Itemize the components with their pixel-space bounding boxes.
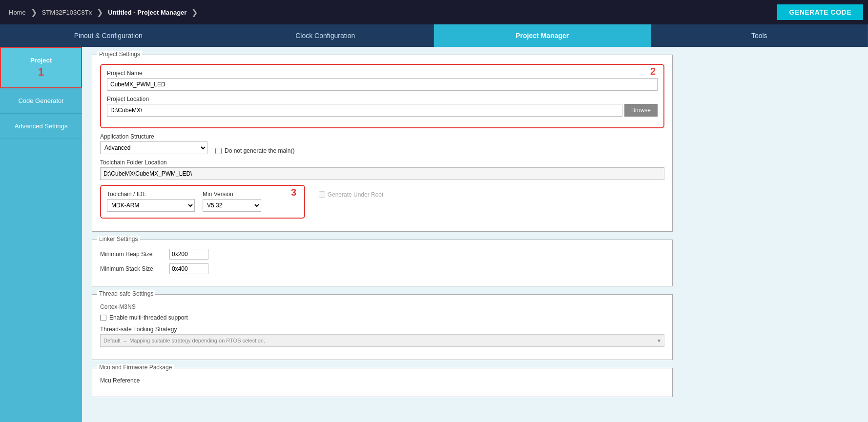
project-location-group: Project Location Browse [107,96,658,117]
sidebar-item-project[interactable]: Project 1 [0,47,82,88]
mcu-firmware-legend: Mcu and Firmware Package [97,364,174,371]
project-location-input-row: Browse [107,104,658,117]
thread-safe-panel: Thread-safe Settings Cortex-M3NS Enable … [92,294,673,360]
project-name-input[interactable] [107,78,658,91]
breadcrumb-mcu[interactable]: STM32F103C8Tx [38,9,96,16]
toolchain-ide-box: 3 Toolchain / IDE MDK-ARM Min Version V5… [100,185,305,219]
breadcrumb-project: Untitled - Project Manager [104,9,190,16]
min-stack-row: Minimum Stack Size [100,263,664,274]
tab-clock[interactable]: Clock Configuration [217,24,434,47]
linker-settings-panel: Linker Settings Minimum Heap Size Minimu… [92,240,673,286]
linker-settings-legend: Linker Settings [97,236,140,242]
generate-under-root-row: Generate Under Root [319,191,384,198]
app-structure-group: Application Structure Advanced Do not ge… [100,133,664,154]
project-location-label: Project Location [107,96,658,102]
generate-under-root-label: Generate Under Root [328,191,384,198]
mcu-firmware-panel: Mcu and Firmware Package Mcu Reference [92,368,673,397]
generate-code-button[interactable]: GENERATE CODE [777,4,863,20]
sidebar-item-code-generator[interactable]: Code Generator [0,88,82,114]
do-not-generate-checkbox[interactable] [215,148,222,154]
mcu-reference-label: Mcu Reference [100,377,664,384]
cortex-label: Cortex-M3NS [100,303,664,310]
sidebar-code-gen-label: Code Generator [18,97,63,104]
min-heap-input[interactable] [169,249,208,260]
do-not-generate-row: Do not generate the main() [215,147,294,154]
app-structure-label: Application Structure [100,133,664,140]
breadcrumb-home[interactable]: Home [5,9,30,16]
toolchain-folder-input[interactable] [100,167,664,180]
project-name-location-box: 2 Project Name Project Location Browse [100,64,664,128]
generate-under-root-checkbox[interactable] [319,191,325,198]
content-area: Project Settings 2 Project Name Project … [82,47,682,422]
do-not-generate-label: Do not generate the main() [225,147,294,154]
locking-strategy-input [100,334,664,347]
tab-project-manager[interactable]: Project Manager [434,24,651,47]
project-name-group: Project Name [107,70,658,91]
app-structure-select[interactable]: Advanced [100,141,207,154]
toolchain-ide-label: Toolchain / IDE [107,191,195,198]
tab-tools[interactable]: Tools [651,24,868,47]
min-heap-row: Minimum Heap Size [100,249,664,260]
app-structure-row: Advanced Do not generate the main() [100,141,664,154]
project-name-label: Project Name [107,70,658,77]
annotation-2: 2 [650,66,656,77]
locking-strategy-input-wrap: ▼ [100,334,664,347]
enable-multithreaded-label: Enable multi-threaded support [109,314,188,321]
enable-multithreaded-row: Enable multi-threaded support [100,314,664,321]
toolchain-ide-select[interactable]: MDK-ARM [107,199,195,212]
breadcrumb-arrow-2: ❯ [97,8,103,17]
min-version-label: Min Version [203,191,261,198]
min-version-col: Min Version V5.32 [203,191,261,212]
browse-button[interactable]: Browse [624,104,658,117]
enable-multithreaded-checkbox[interactable] [100,315,106,321]
right-panel [682,47,868,422]
top-bar: Home ❯ STM32F103C8Tx ❯ Untitled - Projec… [0,0,868,24]
main-layout: Project 1 Code Generator Advanced Settin… [0,47,868,422]
breadcrumb-arrow-1: ❯ [31,8,37,17]
toolchain-ide-col: Toolchain / IDE MDK-ARM [107,191,195,212]
sidebar-advanced-label: Advanced Settings [15,122,67,130]
sidebar-project-step: 1 [6,66,76,79]
toolchain-ide-row: Toolchain / IDE MDK-ARM Min Version V5.3… [107,191,298,212]
toolchain-folder-label: Toolchain Folder Location [100,159,664,166]
locking-strategy-chevron-icon: ▼ [657,338,661,343]
tab-bar: Pinout & Configuration Clock Configurati… [0,24,868,47]
thread-safe-legend: Thread-safe Settings [97,290,155,297]
locking-strategy-label: Thread-safe Locking Strategy [100,326,664,333]
breadcrumb-arrow-3: ❯ [191,8,198,17]
tab-pinout[interactable]: Pinout & Configuration [0,24,217,47]
min-version-select[interactable]: V5.32 [203,199,261,212]
toolchain-folder-group: Toolchain Folder Location [100,159,664,180]
project-settings-legend: Project Settings [97,51,142,58]
project-location-input[interactable] [107,104,622,117]
sidebar-item-advanced-settings[interactable]: Advanced Settings [0,114,82,139]
min-stack-label: Minimum Stack Size [100,265,164,272]
min-stack-input[interactable] [169,263,208,274]
min-heap-label: Minimum Heap Size [100,251,164,258]
annotation-3: 3 [291,187,296,198]
sidebar: Project 1 Code Generator Advanced Settin… [0,47,82,422]
breadcrumb: Home ❯ STM32F103C8Tx ❯ Untitled - Projec… [5,8,777,17]
project-settings-panel: Project Settings 2 Project Name Project … [92,55,673,232]
locking-strategy-group: Thread-safe Locking Strategy ▼ [100,326,664,347]
sidebar-project-label: Project [30,57,52,64]
